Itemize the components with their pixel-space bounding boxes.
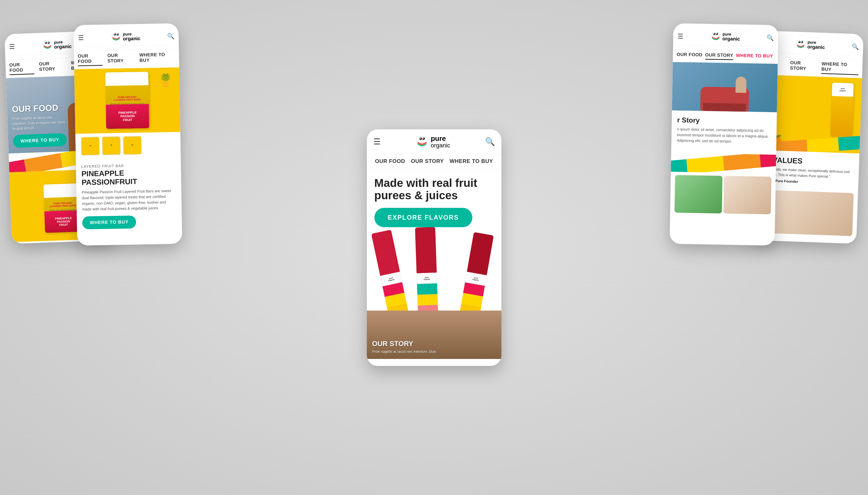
phone2-nav-our-story[interactable]: OUR STORY bbox=[108, 53, 135, 66]
hamburger-icon-2[interactable]: ☰ bbox=[78, 34, 84, 41]
svg-text:◕◕: ◕◕ bbox=[45, 40, 50, 44]
logo-svg-2: ◕◕ bbox=[110, 32, 122, 42]
phone4-story-content: r Story n ipsum dolor sit amet, consecte… bbox=[671, 110, 777, 155]
phone5-nav-our-story[interactable]: OUR STORY bbox=[790, 60, 818, 74]
phone4-stripe-teal bbox=[671, 159, 688, 173]
phone4-stripe-orange bbox=[723, 153, 761, 171]
phone-center: ☰ ◕◕ pure organic 🔍 OUR FOOD OUR STORY bbox=[367, 129, 502, 366]
phone-center-hero-title: Made with real fruit purees & juices bbox=[374, 177, 494, 202]
svg-text:◕◕: ◕◕ bbox=[798, 40, 803, 44]
phone2-thumb-3[interactable]: 🍍 bbox=[123, 136, 142, 155]
phone2-product-desc: Pineapple Passion Fruit Layered Fruit Ba… bbox=[82, 188, 176, 212]
logo-svg-5: ◕◕ bbox=[795, 39, 806, 50]
phone4-nav-our-story[interactable]: OUR STORY bbox=[705, 52, 733, 60]
phone2-nav: ☰ ◕◕ pure organic 🔍 bbox=[73, 23, 179, 51]
scene: ☰ ◕◕ pure organic 🔍 bbox=[0, 0, 868, 495]
hamburger-icon-4[interactable]: ☰ bbox=[677, 32, 683, 40]
phone-center-nav-our-food[interactable]: OUR FOOD bbox=[375, 158, 405, 165]
phone-center-organic: organic bbox=[431, 142, 450, 149]
svg-text:◕◕: ◕◕ bbox=[113, 33, 119, 36]
phone2-nav-our-food[interactable]: OUR FOOD bbox=[78, 53, 103, 66]
phone5-product-bar-visual: pureorganic bbox=[830, 83, 854, 137]
phone-center-story-bg: OUR STORY Proin sagittis ac lacus nec in… bbox=[367, 310, 502, 359]
svg-text:◕◕: ◕◕ bbox=[419, 136, 425, 140]
phone2-product-image-area: pure organicLAYERED FRUIT BARS Made with… bbox=[104, 74, 150, 129]
phone4-story-figures bbox=[672, 68, 778, 113]
phone2-product-card: pure organicLAYERED FRUIT BARS Made with… bbox=[74, 68, 180, 134]
phone1-where-to-buy-button[interactable]: WHERE TO BUY bbox=[13, 133, 67, 148]
hamburger-icon-1[interactable]: ☰ bbox=[9, 43, 15, 51]
phone5-bar-top: pureorganic bbox=[832, 83, 854, 97]
hamburger-icon-center[interactable]: ☰ bbox=[373, 137, 380, 146]
phone-4: ☰ ◕◕ pure organic 🔍 bbox=[670, 23, 779, 246]
phone-center-fruit-bars: pureorganic pureorganic pureor bbox=[367, 227, 502, 310]
phone-center-nav-where-to-buy[interactable]: WHERE TO BUY bbox=[449, 158, 493, 165]
phone2-thumb-1[interactable]: 🍍 bbox=[81, 137, 100, 156]
phone2-thumbnail-row: 🍍 🍍 🍍 bbox=[75, 132, 181, 159]
phone-center-cta-button[interactable]: EXPLORE FLAVORS bbox=[374, 208, 472, 227]
phone4-nav-where-to-buy[interactable]: WHERE TO BUY bbox=[736, 53, 773, 61]
phone2-nav-where-to-buy[interactable]: WHERE TO BUY bbox=[140, 52, 176, 65]
phone2-where-to-buy-button[interactable]: WHERE TO BUY bbox=[82, 216, 136, 229]
phone-center-pure: pure bbox=[431, 135, 450, 142]
search-icon-4[interactable]: 🔍 bbox=[767, 34, 774, 41]
phone1-nav-our-story[interactable]: OUR STORY bbox=[39, 61, 66, 74]
phone4-nav-our-food[interactable]: OUR FOOD bbox=[677, 52, 703, 60]
phone2-thumb-2[interactable]: 🍍 bbox=[102, 136, 121, 155]
phone1-brand-text: pure organic bbox=[54, 39, 71, 50]
search-icon-center[interactable]: 🔍 bbox=[485, 137, 495, 146]
phone4-photo-child bbox=[674, 175, 722, 214]
phone2-product-name: PINEAPPLEPASSIONFRUIT bbox=[117, 110, 138, 123]
phone5-logo: ◕◕ pure organic bbox=[795, 39, 825, 51]
phone1-nav-our-food[interactable]: OUR FOOD bbox=[9, 62, 34, 75]
phone2-logo-group: ◕◕ pure organic bbox=[84, 27, 167, 47]
phone4-logo-group: ◕◕ pure organic bbox=[683, 27, 767, 47]
phone4-brand-text: pure organic bbox=[722, 32, 740, 42]
phone-center-nav-our-story[interactable]: OUR STORY bbox=[411, 158, 444, 165]
phone4-rainbow-band bbox=[671, 153, 776, 174]
phone5-brand-organic: organic bbox=[807, 44, 825, 50]
phone2-product-label: LAYERED FRUIT BAR bbox=[81, 163, 176, 169]
phone1-logo: ◕◕ pure organic bbox=[42, 39, 71, 51]
phone5-prod-stripe-teal bbox=[838, 135, 862, 151]
phone-center-hero: Made with real fruit purees & juices EXP… bbox=[367, 169, 502, 227]
phone1-product-name: PINEAPPLEPASSIONFRUIT bbox=[55, 217, 72, 227]
phone5-prod-stripe-yellow bbox=[807, 137, 839, 153]
logo-svg-1: ◕◕ bbox=[42, 40, 53, 51]
phone5-bar-brand: pureorganic bbox=[839, 87, 846, 92]
fruit-bar-3: pureorganic bbox=[460, 232, 494, 310]
phone1-hero-overlay: OUR FOOD Proin sagittis ac lacus nec int… bbox=[12, 103, 67, 148]
phone2-product-box-bottom: PINEAPPLEPASSIONFRUIT bbox=[106, 104, 149, 129]
phone2-brand-text: pure organic bbox=[123, 32, 141, 42]
fruit-bar-1: pureorganic bbox=[371, 229, 408, 310]
phone2-product-info: LAYERED FRUIT BAR PINEAPPLE PASSIONFRUIT… bbox=[76, 157, 182, 235]
phone5-nav-where-to-buy[interactable]: WHERE TO BUY bbox=[821, 61, 858, 75]
phone4-photo-grid bbox=[670, 172, 776, 218]
phone2-logo: ◕◕ pure organic bbox=[110, 32, 141, 42]
phone5-brand-text: pure organic bbox=[807, 40, 825, 51]
phone4-story-image bbox=[672, 62, 778, 113]
phone2-pineapple-icon: 🍍 bbox=[157, 73, 174, 89]
phone-center-brand-text: pure organic bbox=[431, 135, 450, 149]
phone-center-story-title: OUR STORY bbox=[372, 340, 496, 348]
phone4-rainbow-stripes bbox=[671, 153, 776, 174]
phone-center-nav-links: OUR FOOD OUR STORY WHERE TO BUY bbox=[367, 154, 502, 169]
phone-center-nav: ☰ ◕◕ pure organic 🔍 bbox=[367, 129, 502, 155]
phone1-product-box-label: pure organicLAYERED FRUIT BARS bbox=[50, 202, 77, 208]
svg-text:◕◕: ◕◕ bbox=[713, 32, 718, 35]
phone-center-story-overlay: OUR STORY Proin sagittis ac lacus nec in… bbox=[367, 334, 502, 359]
phone4-stripe-pink bbox=[759, 153, 776, 168]
search-icon-5[interactable]: 🔍 bbox=[851, 43, 859, 50]
center-logo-svg: ◕◕ bbox=[415, 135, 429, 148]
phone1-hero-text: Proin sagittis ac lacus nec interdum. Du… bbox=[12, 115, 66, 132]
phone2-product-box-label: pure organicLAYERED FRUIT BARS bbox=[114, 96, 141, 101]
phone4-stripe-yellow bbox=[686, 156, 724, 173]
phone1-hero-title: OUR FOOD bbox=[12, 103, 66, 115]
phone1-stripe-pink bbox=[9, 159, 27, 172]
phone2-product-title: PINEAPPLE PASSIONFRUIT bbox=[81, 168, 176, 187]
phone1-stripe-orange bbox=[24, 153, 63, 172]
phone5-logo-group: ◕◕ pure organic bbox=[768, 35, 852, 56]
search-icon-2[interactable]: 🔍 bbox=[167, 33, 174, 39]
phone4-story-text: n ipsum dolor sit amet, consectetur adip… bbox=[677, 126, 771, 145]
phone5-product-bar: pureorganic bbox=[830, 83, 856, 137]
